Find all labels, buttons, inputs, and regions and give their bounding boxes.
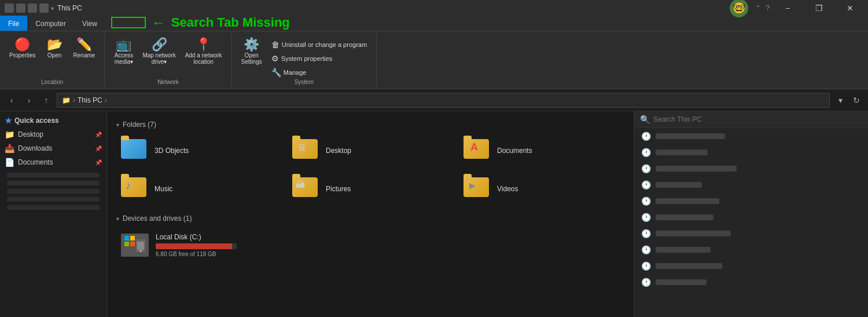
add-network-icon: 📍: [196, 38, 211, 51]
quick-access-icon: [16, 3, 25, 13]
folders-section-header[interactable]: ▾ Folders (7): [116, 121, 624, 129]
downloads-folder-icon: 📥: [5, 144, 14, 153]
result-text-10: [656, 279, 707, 285]
drives-chevron-icon: ▾: [116, 216, 119, 222]
properties-icon: 🔴: [14, 38, 30, 51]
history-icon-2: 🕐: [641, 148, 651, 157]
folder-3d-icon: [121, 139, 146, 159]
result-text-7: [656, 231, 731, 236]
folder-music[interactable]: Music: [116, 173, 282, 205]
history-icon-9: 🕐: [641, 261, 651, 271]
add-network-location-btn[interactable]: 📍 Add a networklocation: [182, 36, 226, 67]
folder-music-thumb: [121, 177, 149, 201]
drive-c-bar-container: [156, 243, 237, 249]
folder-documents[interactable]: Documents: [459, 134, 624, 167]
history-icon-4: 🕐: [641, 180, 651, 190]
sidebar-item-desktop[interactable]: 📁 Desktop 📌: [0, 127, 106, 141]
properties-btn[interactable]: 🔴 Properties: [6, 36, 39, 61]
svg-point-6: [139, 250, 142, 252]
search-result-9[interactable]: 🕐: [634, 258, 868, 274]
title-bar-right: 🤓 ⌃ ? − ❐ ✕: [730, 0, 863, 17]
drive-c-name: Local Disk (C:): [156, 233, 274, 241]
sidebar: ★ Quick access 📁 Desktop 📌 📥 Downloads 📌…: [0, 111, 107, 317]
access-media-btn[interactable]: 📺 Accessmedia▾: [111, 36, 137, 67]
manage-btn[interactable]: 🔧 Manage: [268, 66, 370, 79]
search-input[interactable]: [653, 115, 862, 123]
path-folder-icon: 📁: [62, 96, 71, 104]
search-result-1[interactable]: 🕐: [634, 128, 868, 144]
title-bar-icons: ▾: [5, 3, 54, 13]
documents-pin-icon: 📌: [95, 159, 102, 166]
map-network-drive-btn[interactable]: 🔗 Map networkdrive▾: [139, 36, 179, 67]
open-settings-btn[interactable]: ⚙️ OpenSettings: [238, 36, 266, 67]
back-btn[interactable]: ‹: [5, 93, 19, 107]
search-result-5[interactable]: 🕐: [634, 193, 868, 209]
open-btn[interactable]: 📂 Open: [42, 36, 68, 61]
folder-videos[interactable]: Videos: [459, 173, 624, 205]
result-text-6: [656, 214, 713, 220]
sidebar-item-downloads[interactable]: 📥 Downloads 📌: [0, 141, 106, 155]
tab-file[interactable]: File: [0, 16, 27, 31]
quick-access-header[interactable]: ★ Quick access: [0, 114, 106, 127]
drive-c[interactable]: Local Disk (C:) 6.80 GB free of 118 GB: [116, 228, 278, 262]
folder-desktop-icon: [292, 139, 318, 159]
window-title: This PC: [57, 4, 82, 12]
folder-desktop[interactable]: Desktop: [288, 134, 453, 167]
help-btn[interactable]: ?: [766, 4, 770, 12]
folder-pictures[interactable]: Pictures: [288, 173, 453, 205]
folders-grid: 3D Objects Desktop Documents: [116, 134, 624, 205]
history-icon-5: 🕐: [641, 196, 651, 206]
result-text-9: [656, 263, 722, 269]
ribbon-group-location: 🔴 Properties 📂 Open ✏️ Rename Location: [0, 34, 105, 86]
customize-btn[interactable]: ▾: [51, 5, 54, 12]
forward-btn[interactable]: ›: [22, 93, 36, 107]
refresh-btn[interactable]: ↻: [849, 93, 863, 107]
address-path[interactable]: 📁 › This PC ›: [57, 93, 830, 108]
settings-icon: ⚙️: [244, 38, 259, 51]
up-btn[interactable]: ↑: [39, 93, 53, 107]
history-icon-7: 🕐: [641, 229, 651, 238]
undo-icon: [39, 3, 49, 13]
drives-section-header[interactable]: ▾ Devices and drives (1): [116, 214, 624, 223]
search-result-6[interactable]: 🕐: [634, 209, 868, 225]
history-icon-8: 🕐: [641, 245, 651, 254]
history-icon-10: 🕐: [641, 278, 651, 287]
folder-videos-name: Videos: [497, 185, 518, 193]
folder-3d-name: 3D Objects: [155, 147, 189, 155]
search-result-2[interactable]: 🕐: [634, 144, 868, 161]
uninstall-program-btn[interactable]: 🗑 Uninstall or change a program: [268, 38, 370, 51]
tab-computer[interactable]: Computer: [27, 16, 74, 31]
search-result-10[interactable]: 🕐: [634, 274, 868, 290]
history-icon-3: 🕐: [641, 164, 651, 173]
search-result-7[interactable]: 🕐: [634, 225, 868, 242]
rename-icon: ✏️: [76, 38, 92, 51]
dropdown-btn[interactable]: ▾: [833, 93, 847, 107]
missing-label: Search Tab Missing: [171, 15, 290, 30]
folders-section-label: Folders (7): [123, 121, 156, 129]
system-group: 🗑 Uninstall or change a program ⚙ System…: [268, 36, 370, 79]
search-icon: 🔍: [640, 115, 650, 124]
close-btn[interactable]: ✕: [837, 0, 863, 16]
title-bar: ▾ This PC 🤓 ⌃ ? − ❐ ✕: [0, 0, 868, 16]
arrow-icon: ←: [152, 14, 165, 31]
drives-section-label: Devices and drives (1): [123, 214, 192, 223]
search-result-8[interactable]: 🕐: [634, 242, 868, 258]
expand-ribbon-btn[interactable]: ⌃: [755, 4, 761, 12]
restore-btn[interactable]: ❐: [806, 0, 832, 16]
system-properties-btn[interactable]: ⚙ System properties: [268, 52, 370, 65]
svg-rect-2: [124, 242, 129, 246]
rename-btn[interactable]: ✏️ Rename: [70, 36, 99, 61]
main-layout: ★ Quick access 📁 Desktop 📌 📥 Downloads 📌…: [0, 111, 868, 317]
result-text-4: [656, 182, 702, 188]
search-result-4[interactable]: 🕐: [634, 177, 868, 193]
ribbon-group-network: 📺 Accessmedia▾ 🔗 Map networkdrive▾ 📍 Add…: [105, 34, 231, 86]
drive-c-bar-fill: [156, 243, 232, 249]
svg-rect-1: [130, 236, 135, 241]
folder-3d-objects[interactable]: 3D Objects: [116, 134, 282, 167]
minimize-btn[interactable]: −: [774, 0, 801, 16]
sidebar-item-documents[interactable]: 📄 Documents 📌: [0, 155, 106, 169]
quick-access-label: Quick access: [14, 116, 59, 125]
tab-view[interactable]: View: [74, 16, 105, 31]
search-result-3[interactable]: 🕐: [634, 161, 868, 177]
search-panel: 🔍 🕐 🕐 🕐 🕐 🕐: [634, 111, 868, 317]
